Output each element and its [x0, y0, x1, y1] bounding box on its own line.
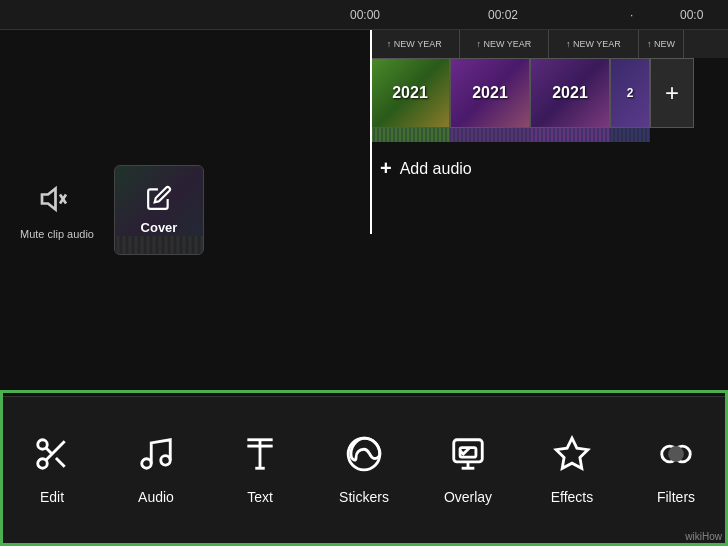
clip-4[interactable]: 2: [610, 58, 650, 128]
svg-point-3: [38, 439, 48, 449]
playhead: [370, 30, 372, 234]
clip-3-text: 2021: [552, 84, 588, 102]
tool-edit-label: Edit: [40, 489, 64, 505]
tool-filters[interactable]: Filters: [624, 429, 728, 505]
tool-overlay-label: Overlay: [444, 489, 492, 505]
time-marker-2: 00:02: [488, 8, 518, 22]
clip-header-4: ↑ NEW: [639, 30, 684, 58]
tool-audio[interactable]: Audio: [104, 429, 208, 505]
clip-header-3: ↑ NEW YEAR: [549, 30, 639, 58]
tool-audio-label: Audio: [138, 489, 174, 505]
time-marker-0: 00:00: [350, 8, 380, 22]
tool-stickers-label: Stickers: [339, 489, 389, 505]
tool-text-label: Text: [247, 489, 273, 505]
mute-clip-button[interactable]: Mute clip audio: [20, 179, 94, 241]
effects-icon: [547, 429, 597, 479]
edit-icon: [146, 185, 172, 216]
clip-2-text: 2021: [472, 84, 508, 102]
add-audio-plus-icon: +: [380, 157, 392, 180]
overlay-icon: [443, 429, 493, 479]
svg-line-6: [56, 457, 65, 466]
svg-point-4: [38, 458, 48, 468]
clip-header-2: ↑ NEW YEAR: [460, 30, 550, 58]
main-area: Mute clip audio Cover ↑ NEW YEAR ↑ N: [0, 30, 728, 390]
timeline-clips[interactable]: ↑ NEW YEAR ↑ NEW YEAR ↑ NEW YEAR ↑ NEW 2…: [370, 30, 728, 390]
clip-2[interactable]: 2021: [450, 58, 530, 128]
mute-label: Mute clip audio: [20, 227, 94, 241]
svg-marker-0: [42, 188, 56, 209]
bottom-toolbar: Edit Audio Text: [0, 396, 728, 546]
tool-text[interactable]: Text: [208, 429, 312, 505]
tool-stickers[interactable]: Stickers: [312, 429, 416, 505]
music-note-icon: [131, 429, 181, 479]
svg-point-9: [161, 455, 171, 465]
clip-1-text: 2021: [392, 84, 428, 102]
text-t-icon: [235, 429, 285, 479]
watermark: wikiHow: [685, 531, 722, 542]
clips-wrapper: 2021 2021 2021 2 +: [370, 58, 728, 128]
tool-edit[interactable]: Edit: [0, 429, 104, 505]
left-panel: Mute clip audio Cover: [0, 30, 370, 390]
clip-header-add: [684, 30, 728, 58]
clip-header-1: ↑ NEW YEAR: [370, 30, 460, 58]
time-marker-4: 00:0: [680, 8, 703, 22]
timeline-header: 00:00 00:02 · 00:0: [0, 0, 728, 30]
clip-4-text: 2: [627, 86, 634, 100]
tool-effects[interactable]: Effects: [520, 429, 624, 505]
add-audio-button[interactable]: + Add audio: [370, 142, 728, 195]
add-clip-plus-icon: +: [665, 79, 679, 107]
clip-3[interactable]: 2021: [530, 58, 610, 128]
tool-effects-label: Effects: [551, 489, 594, 505]
filters-icon: [651, 429, 701, 479]
svg-marker-17: [556, 438, 588, 468]
add-clip-button[interactable]: +: [650, 58, 694, 128]
clip-1[interactable]: 2021: [370, 58, 450, 128]
tool-filters-label: Filters: [657, 489, 695, 505]
time-marker-dot: ·: [630, 8, 633, 22]
cover-button[interactable]: Cover: [114, 165, 204, 255]
svg-line-7: [46, 447, 52, 453]
speaker-icon: [37, 179, 77, 219]
svg-point-8: [142, 458, 152, 468]
scissors-icon: [27, 429, 77, 479]
tool-overlay[interactable]: Overlay: [416, 429, 520, 505]
add-audio-label: Add audio: [400, 160, 472, 178]
cover-label: Cover: [141, 220, 178, 235]
sticker-icon: [339, 429, 389, 479]
clip-header: ↑ NEW YEAR ↑ NEW YEAR ↑ NEW YEAR ↑ NEW: [370, 30, 728, 58]
waveform-row: [370, 128, 728, 142]
